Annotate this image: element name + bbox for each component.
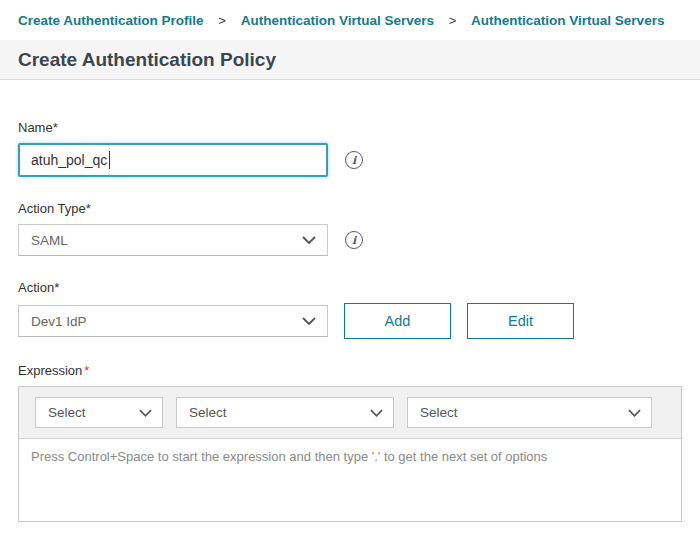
action-row: Dev1 IdP Add Edit bbox=[18, 303, 682, 339]
info-icon[interactable]: i bbox=[345, 231, 363, 249]
chevron-down-icon bbox=[628, 409, 641, 417]
expression-label: Expression* bbox=[18, 363, 682, 378]
page-header: Create Authentication Policy bbox=[0, 40, 700, 80]
text-caret bbox=[109, 151, 110, 169]
name-input-value: atuh_pol_qc bbox=[31, 152, 107, 168]
action-type-selected-value: SAML bbox=[31, 233, 68, 248]
chevron-down-icon bbox=[370, 409, 383, 417]
expression-select-3[interactable]: Select bbox=[407, 397, 652, 428]
breadcrumb-item-create-authentication-profile[interactable]: Create Authentication Profile bbox=[18, 13, 204, 28]
create-authentication-policy-form: Name* atuh_pol_qc i Action Type* SAML i … bbox=[0, 120, 700, 522]
breadcrumb-item-authentication-virtual-servers-2[interactable]: Authentication Virtual Servers bbox=[471, 13, 664, 28]
name-label: Name* bbox=[18, 120, 682, 135]
action-type-select[interactable]: SAML bbox=[18, 224, 328, 256]
expression-select-2[interactable]: Select bbox=[176, 397, 394, 428]
breadcrumb-separator-icon: > bbox=[449, 13, 457, 28]
expression-select-2-value: Select bbox=[189, 405, 227, 420]
info-icon[interactable]: i bbox=[345, 151, 363, 169]
action-type-row: SAML i bbox=[18, 224, 682, 256]
add-button[interactable]: Add bbox=[344, 303, 451, 339]
name-input[interactable]: atuh_pol_qc bbox=[18, 143, 328, 177]
chevron-down-icon bbox=[302, 236, 316, 244]
chevron-down-icon bbox=[139, 409, 152, 417]
edit-button[interactable]: Edit bbox=[467, 303, 574, 339]
chevron-down-icon bbox=[302, 317, 316, 325]
action-type-label: Action Type* bbox=[18, 201, 682, 216]
breadcrumb-separator-icon: > bbox=[218, 13, 226, 28]
expression-select-3-value: Select bbox=[420, 405, 458, 420]
action-select[interactable]: Dev1 IdP bbox=[18, 305, 328, 337]
page-title: Create Authentication Policy bbox=[18, 49, 276, 71]
name-row: atuh_pol_qc i bbox=[18, 143, 682, 177]
expression-toolbar: Select Select Select bbox=[19, 387, 681, 439]
action-selected-value: Dev1 IdP bbox=[31, 314, 87, 329]
expression-editor: Select Select Select bbox=[18, 386, 682, 522]
action-label: Action* bbox=[18, 280, 682, 295]
expression-select-1-value: Select bbox=[48, 405, 86, 420]
breadcrumb: Create Authentication Profile > Authenti… bbox=[0, 0, 700, 28]
expression-input[interactable] bbox=[19, 439, 681, 521]
required-asterisk: * bbox=[84, 363, 89, 378]
expression-select-1[interactable]: Select bbox=[35, 397, 163, 428]
breadcrumb-item-authentication-virtual-servers[interactable]: Authentication Virtual Servers bbox=[241, 13, 434, 28]
expression-label-text: Expression bbox=[18, 363, 82, 378]
